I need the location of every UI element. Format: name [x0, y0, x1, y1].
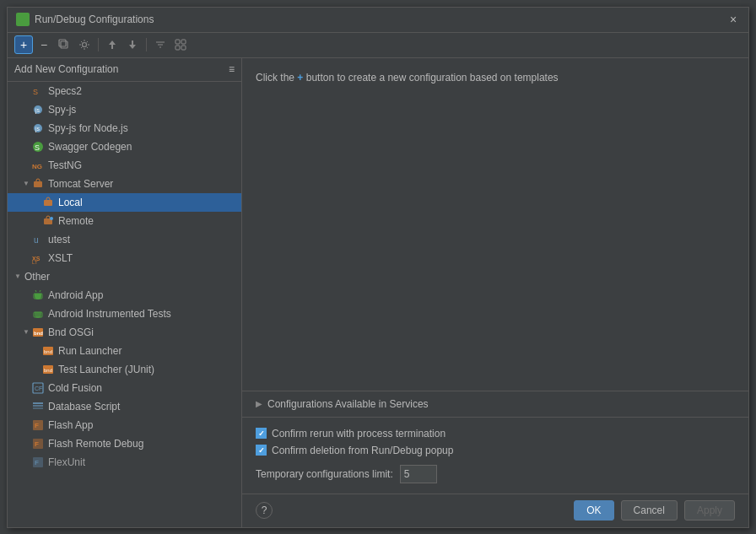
confirm-rerun-row: Confirm rerun with process termination	[256, 428, 735, 440]
swagger-icon: S	[31, 140, 45, 154]
android-app-icon	[31, 289, 45, 302]
swagger-label: Swagger Codegen	[48, 141, 132, 153]
local-icon	[41, 196, 55, 209]
tree-item-run-launcher[interactable]: bnd Run Launcher	[8, 342, 241, 360]
tree-item-testng[interactable]: NG TestNG	[8, 156, 241, 175]
tree-item-specs2[interactable]: S Specs2	[8, 82, 241, 100]
svg-text:js: js	[35, 126, 40, 132]
database-script-icon	[31, 400, 45, 413]
spy-js-label: Spy-js	[48, 104, 76, 116]
spy-js-node-label: Spy-js for Node.js	[48, 122, 128, 134]
tomcat-arrow[interactable]: ▼	[21, 180, 31, 187]
android-inst-icon	[31, 307, 45, 321]
group-button[interactable]	[171, 35, 190, 54]
svg-rect-4	[176, 40, 180, 44]
database-script-label: Database Script	[48, 401, 120, 413]
flash-app-label: Flash App	[48, 419, 93, 431]
xslt-icon: XSLT	[31, 251, 45, 265]
flash-remote-debug-icon: F	[31, 437, 45, 450]
close-button[interactable]: ×	[726, 13, 740, 26]
test-launcher-label: Test Launcher (JUnit)	[58, 364, 154, 375]
test-launcher-icon: bnd	[41, 363, 55, 376]
services-section[interactable]: ▶ Configurations Available in Services	[242, 391, 748, 417]
toolbar: + −	[8, 33, 748, 58]
svg-rect-2	[59, 40, 66, 46]
settings-button[interactable]	[75, 35, 94, 54]
specs2-label: Specs2	[48, 85, 82, 97]
svg-rect-17	[44, 200, 52, 206]
tree-item-tomcat[interactable]: ▼ Tomcat Server	[8, 175, 241, 193]
apply-button[interactable]: Apply	[684, 500, 735, 521]
bnd-icon: bnd	[31, 326, 45, 339]
tree-container[interactable]: S Specs2 js Spy-js	[8, 82, 241, 527]
svg-rect-16	[34, 181, 42, 187]
tree-item-database-script[interactable]: Database Script	[8, 397, 241, 416]
svg-rect-35	[33, 407, 43, 409]
toolbar-separator-2	[146, 38, 147, 51]
tree-item-cold-fusion[interactable]: CF Cold Fusion	[8, 379, 241, 397]
svg-text:NG: NG	[32, 163, 42, 170]
other-label: Other	[24, 271, 50, 283]
panel-options-icon[interactable]: ≡	[229, 63, 235, 75]
right-panel: Click the + button to create a new confi…	[242, 58, 748, 527]
confirm-rerun-checkbox[interactable]	[256, 428, 267, 439]
main-content: Add New Configuration ≡ S Specs2	[8, 58, 748, 527]
flash-remote-debug-label: Flash Remote Debug	[48, 438, 143, 450]
tree-item-flash-remote-debug[interactable]: F Flash Remote Debug	[8, 434, 241, 453]
tree-item-flexunit[interactable]: F FlexUnit	[8, 453, 241, 472]
bottom-options: Confirm rerun with process termination C…	[242, 417, 748, 494]
add-button[interactable]: +	[14, 35, 33, 54]
tree-item-swagger[interactable]: S Swagger Codegen	[8, 138, 241, 156]
tree-item-bnd-osgi[interactable]: ▼ bnd Bnd OSGi	[8, 323, 241, 342]
move-up-button[interactable]	[103, 35, 122, 54]
svg-marker-0	[19, 16, 26, 23]
confirm-rerun-label: Confirm rerun with process termination	[272, 428, 446, 440]
sort-button[interactable]	[151, 35, 170, 54]
svg-rect-6	[176, 46, 180, 50]
tree-item-other-group[interactable]: ▼ Other	[8, 267, 241, 286]
svg-point-3	[83, 43, 87, 47]
spy-js-icon: js	[31, 103, 45, 116]
android-app-label: Android App	[48, 289, 103, 301]
tree-item-xslt[interactable]: XSLT XSLT	[8, 249, 241, 267]
flexunit-icon: F	[31, 456, 45, 469]
flash-app-icon: F	[31, 418, 45, 432]
xslt-label: XSLT	[48, 252, 73, 264]
flexunit-label: FlexUnit	[48, 456, 85, 468]
services-label: Configurations Available in Services	[267, 398, 429, 410]
tree-item-android-inst[interactable]: Android Instrumented Tests	[8, 305, 241, 323]
run-debug-dialog: Run/Debug Configurations × + −	[7, 7, 749, 528]
cold-fusion-icon: CF	[31, 381, 45, 395]
copy-icon	[58, 39, 70, 51]
ok-button[interactable]: OK	[574, 500, 613, 521]
remote-icon	[41, 214, 55, 228]
title-bar: Run/Debug Configurations ×	[8, 8, 748, 33]
tree-item-flash-app[interactable]: F Flash App	[8, 416, 241, 434]
tree-item-test-launcher[interactable]: bnd Test Launcher (JUnit)	[8, 360, 241, 379]
svg-rect-7	[181, 46, 186, 50]
remove-button[interactable]: −	[35, 35, 53, 54]
cold-fusion-label: Cold Fusion	[48, 382, 102, 394]
confirm-deletion-checkbox[interactable]	[256, 445, 267, 456]
svg-text:S: S	[33, 88, 38, 96]
help-button[interactable]: ?	[256, 502, 273, 519]
confirm-deletion-label: Confirm deletion from Run/Debug popup	[272, 445, 453, 456]
svg-rect-1	[61, 41, 68, 48]
other-arrow[interactable]: ▼	[11, 272, 24, 280]
tree-item-utest[interactable]: u utest	[8, 230, 241, 249]
svg-text:F: F	[35, 440, 39, 448]
svg-rect-5	[181, 40, 186, 44]
move-down-button[interactable]	[123, 35, 142, 54]
copy-button[interactable]	[55, 35, 73, 54]
dialog-icon	[16, 13, 30, 26]
temp-limit-input[interactable]	[400, 465, 437, 483]
help-area: ?	[256, 502, 273, 519]
cancel-button[interactable]: Cancel	[621, 500, 678, 521]
bnd-arrow[interactable]: ▼	[21, 328, 31, 336]
tree-item-remote[interactable]: Remote	[8, 212, 241, 230]
tree-item-android-app[interactable]: Android App	[8, 286, 241, 305]
tree-item-local[interactable]: Local	[8, 193, 241, 212]
tree-item-spy-js[interactable]: js Spy-js	[8, 100, 241, 119]
bnd-label: Bnd OSGi	[48, 326, 94, 338]
tree-item-spy-js-node[interactable]: js Spy-js for Node.js	[8, 119, 241, 138]
